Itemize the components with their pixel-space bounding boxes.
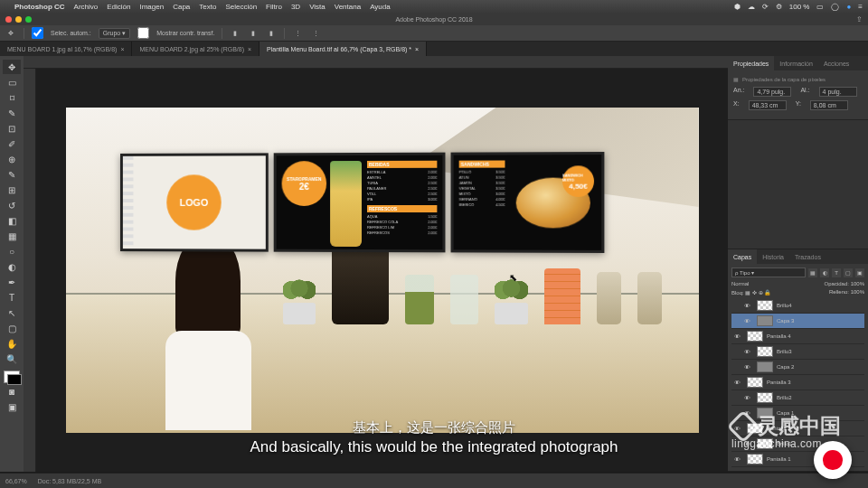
lasso-tool[interactable]: ⌑ bbox=[3, 90, 21, 105]
layer-row[interactable]: 👁Pantalla 2 bbox=[731, 421, 864, 436]
layer-row[interactable]: 👁Pantalla 3 bbox=[731, 375, 864, 390]
eyedropper-tool[interactable]: ✐ bbox=[3, 136, 21, 151]
brush-tool[interactable]: ✎ bbox=[3, 167, 21, 182]
menu-filtro[interactable]: Filtro bbox=[266, 3, 282, 11]
distribute-icon-2[interactable]: ⋮ bbox=[310, 28, 321, 39]
zoom-indicator[interactable]: 100 % bbox=[789, 3, 810, 11]
height-field[interactable]: 4 pulg. bbox=[819, 87, 857, 97]
visibility-icon[interactable]: 👁 bbox=[744, 349, 753, 355]
eraser-tool[interactable]: ◧ bbox=[3, 213, 21, 228]
pen-tool[interactable]: ✒ bbox=[3, 275, 21, 289]
menu-texto[interactable]: Texto bbox=[199, 3, 216, 11]
tab-menu-board-2[interactable]: MENU BOARD 2.jpg al 25% (RGB/8)× bbox=[132, 42, 259, 56]
sync-icon[interactable]: ⟳ bbox=[762, 3, 769, 11]
visibility-icon[interactable]: 👁 bbox=[744, 364, 753, 371]
close-icon[interactable]: × bbox=[248, 46, 251, 52]
screen-mode-tool[interactable]: ▣ bbox=[3, 399, 21, 414]
filter-type-icon[interactable]: T bbox=[832, 268, 841, 277]
visibility-icon[interactable]: 👁 bbox=[744, 318, 753, 324]
zoom-level[interactable]: 66,67% bbox=[5, 478, 27, 484]
path-tool[interactable]: ↖ bbox=[3, 305, 21, 320]
x-field[interactable]: 48,33 cm bbox=[749, 100, 787, 110]
minimize-window-button[interactable] bbox=[15, 16, 22, 23]
align-right-icon[interactable]: ▮ bbox=[266, 28, 277, 39]
close-icon[interactable]: × bbox=[415, 46, 419, 52]
color-swatches[interactable] bbox=[4, 371, 20, 383]
blur-tool[interactable]: ○ bbox=[3, 244, 21, 258]
share-icon[interactable]: ⇪ bbox=[856, 15, 863, 23]
menu-3d[interactable]: 3D bbox=[291, 3, 300, 11]
tab-plantilla[interactable]: Plantilla Menu Board.tif al 66,7% (Capa … bbox=[259, 42, 427, 56]
stamp-tool[interactable]: ⊞ bbox=[3, 183, 21, 197]
layer-row[interactable]: 👁Pantalla 4 bbox=[731, 329, 864, 344]
filter-smart-icon[interactable]: ▣ bbox=[855, 268, 864, 277]
layer-row[interactable]: 👁Capa 2 bbox=[731, 360, 864, 375]
app-name[interactable]: Photoshop CC bbox=[14, 3, 65, 11]
tab-informacion[interactable]: Información bbox=[774, 56, 818, 70]
shape-tool[interactable]: ▢ bbox=[3, 321, 21, 335]
wifi-icon[interactable]: ⚙ bbox=[776, 3, 782, 11]
tab-acciones[interactable]: Acciones bbox=[818, 56, 854, 70]
type-tool[interactable]: T bbox=[3, 290, 21, 305]
horizontal-ruler[interactable] bbox=[24, 56, 728, 69]
tab-menu-board-1[interactable]: MENU BOARD 1.jpg al 16,7% (RGB/8)× bbox=[0, 42, 132, 56]
cloud-icon[interactable]: ☁ bbox=[748, 3, 755, 11]
auto-select-dropdown[interactable]: Grupo ▾ bbox=[99, 28, 130, 39]
distribute-icon[interactable]: ⋮ bbox=[292, 28, 303, 39]
hand-tool[interactable]: ✋ bbox=[3, 336, 21, 351]
auto-select-checkbox[interactable] bbox=[32, 27, 43, 39]
display-icon[interactable]: ▭ bbox=[816, 3, 824, 11]
filter-adjust-icon[interactable]: ◐ bbox=[820, 268, 829, 277]
quick-select-tool[interactable]: ✎ bbox=[3, 106, 21, 120]
menu-imagen[interactable]: Imagen bbox=[139, 3, 164, 11]
history-brush-tool[interactable]: ↺ bbox=[3, 198, 21, 212]
fill-value[interactable]: 100% bbox=[851, 289, 864, 295]
align-left-icon[interactable]: ▮ bbox=[230, 28, 241, 39]
dodge-tool[interactable]: ◐ bbox=[3, 259, 21, 274]
menu-icon[interactable]: ≡ bbox=[858, 3, 863, 11]
layer-row[interactable]: 👁Brillo4 bbox=[731, 298, 864, 314]
marquee-tool[interactable]: ▭ bbox=[3, 75, 21, 89]
blend-mode-dropdown[interactable]: Normal bbox=[731, 281, 777, 286]
menu-ventana[interactable]: Ventana bbox=[335, 3, 361, 11]
filter-image-icon[interactable]: ▦ bbox=[808, 268, 817, 277]
visibility-icon[interactable]: 👁 bbox=[744, 441, 753, 447]
width-field[interactable]: 4,79 pulg. bbox=[753, 87, 791, 97]
menu-seleccion[interactable]: Selección bbox=[225, 3, 257, 11]
layer-row[interactable]: 👁Brillo2 bbox=[731, 390, 864, 406]
spotlight-icon[interactable]: ◯ bbox=[831, 3, 839, 11]
tab-propiedades[interactable]: Propiedades bbox=[728, 56, 774, 70]
quick-mask-tool[interactable]: ◙ bbox=[3, 384, 21, 399]
menu-archivo[interactable]: Archivo bbox=[74, 3, 99, 11]
maximize-window-button[interactable] bbox=[25, 16, 32, 23]
menu-ayuda[interactable]: Ayuda bbox=[370, 3, 391, 11]
y-field[interactable]: 8,08 cm bbox=[810, 100, 848, 110]
gradient-tool[interactable]: ▦ bbox=[3, 229, 21, 243]
visibility-icon[interactable]: 👁 bbox=[734, 426, 743, 432]
dropbox-icon[interactable]: ⬢ bbox=[734, 3, 741, 11]
doc-size[interactable]: Doc: 5,83 MB/22,5 MB bbox=[38, 478, 101, 484]
tab-capas[interactable]: Capas bbox=[728, 249, 757, 264]
layer-list[interactable]: 👁Brillo4👁Capa 3👁Pantalla 4👁Brillo3👁Capa … bbox=[731, 298, 864, 467]
zoom-tool[interactable]: 🔍 bbox=[3, 352, 21, 366]
visibility-icon[interactable]: 👁 bbox=[734, 380, 743, 386]
visibility-icon[interactable]: 👁 bbox=[744, 395, 753, 401]
layer-row[interactable]: 👁Brillo3 bbox=[731, 344, 864, 360]
menu-edicion[interactable]: Edición bbox=[107, 3, 130, 11]
visibility-icon[interactable]: 👁 bbox=[734, 456, 743, 463]
menu-vista[interactable]: Vista bbox=[309, 3, 326, 11]
close-window-button[interactable] bbox=[5, 16, 12, 23]
move-tool[interactable]: ✥ bbox=[3, 60, 21, 74]
visibility-icon[interactable]: 👁 bbox=[734, 333, 743, 340]
transform-controls-checkbox[interactable] bbox=[137, 27, 149, 39]
move-tool-icon[interactable]: ✥ bbox=[5, 28, 16, 39]
document-canvas[interactable]: LOGO STAROPRAMEN2€ BEBIDAS bbox=[36, 69, 728, 472]
layer-row[interactable]: 👁Capa 1 bbox=[731, 406, 864, 421]
opacity-value[interactable]: 100% bbox=[851, 281, 864, 286]
tab-trazados[interactable]: Trazados bbox=[789, 249, 826, 264]
close-icon[interactable]: × bbox=[120, 46, 124, 52]
layer-row[interactable]: 👁Capa 3 bbox=[731, 314, 864, 329]
crop-tool[interactable]: ⊡ bbox=[3, 121, 21, 136]
align-center-icon[interactable]: ▮ bbox=[248, 28, 259, 39]
healing-tool[interactable]: ⊕ bbox=[3, 152, 21, 166]
